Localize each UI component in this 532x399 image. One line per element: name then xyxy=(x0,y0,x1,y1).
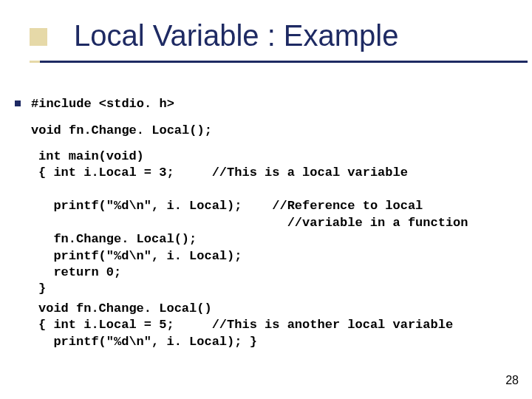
code-call: fn.Change. Local(); xyxy=(38,232,197,246)
code-cmt-local: //This is a local variable xyxy=(212,166,408,180)
code-fn-block: void fn.Change. Local() { int i.Local = … xyxy=(38,301,517,350)
slide-title-area: Local Variable : Example xyxy=(30,28,532,86)
code-fn-open: { int i.Local = 5; xyxy=(38,318,174,332)
code-proto: void fn.Change. Local(); xyxy=(31,123,517,139)
bullet-icon xyxy=(15,100,21,106)
content-area: #include <stdio. h> void fn.Change. Loca… xyxy=(15,96,517,350)
code-main-sig: int main(void) xyxy=(38,149,144,163)
code-fn-body: printf("%d\n", i. Local); } xyxy=(38,335,257,349)
code-main-block: int main(void) { int i.Local = 3; //This… xyxy=(38,149,517,298)
page-number: 28 xyxy=(505,374,519,387)
code-return: return 0; xyxy=(38,265,121,279)
code-cmt-ref2: //variable in a function xyxy=(287,216,468,230)
code-cmt-ref1: //Reference to local xyxy=(272,199,423,213)
slide-title: Local Variable : Example xyxy=(74,19,399,52)
code-close: } xyxy=(38,282,46,296)
title-underline xyxy=(40,61,528,63)
title-accent-square xyxy=(30,28,47,46)
code-printf2: printf("%d\n", i. Local); xyxy=(38,249,242,263)
title-underline-accent xyxy=(30,61,40,63)
code-main-open: { int i.Local = 3; xyxy=(38,166,174,180)
code-cmt-another: //This is another local variable xyxy=(212,318,453,332)
code-include: #include <stdio. h> xyxy=(31,96,517,112)
code-fn-sig: void fn.Change. Local() xyxy=(38,301,212,316)
code-printf1: printf("%d\n", i. Local); xyxy=(38,199,242,213)
